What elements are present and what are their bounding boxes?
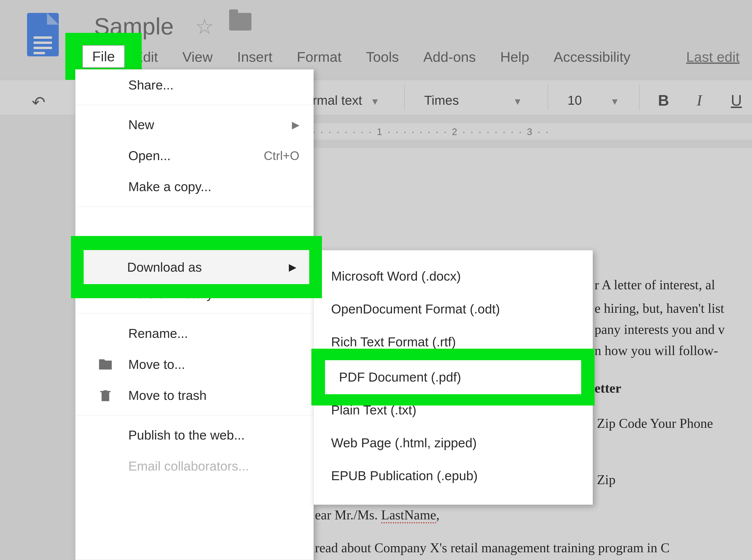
folder-icon[interactable] <box>229 13 251 31</box>
menu-item-share[interactable]: Share... <box>75 69 313 100</box>
open-shortcut: Ctrl+O <box>264 148 300 163</box>
body-line: n how you will follow- <box>595 343 718 358</box>
last-edit-link[interactable]: Last edit <box>686 49 739 65</box>
highlight-pdf: PDF Document (.pdf) <box>311 349 595 405</box>
menu-item-publish[interactable]: Publish to the web... <box>75 420 313 451</box>
trash-icon <box>98 388 113 403</box>
menu-item-open[interactable]: Open... Ctrl+O <box>75 140 313 171</box>
body-line: r A letter of interest, al <box>595 277 715 292</box>
undo-icon[interactable]: ↶ <box>32 93 45 112</box>
menu-item-rename[interactable]: Rename... <box>75 318 313 349</box>
submenu-item-html[interactable]: Web Page (.html, zipped) <box>313 426 593 459</box>
menu-item-move-to[interactable]: Move to... <box>75 349 313 380</box>
body-line: read about Company X's retail management… <box>315 540 670 555</box>
menu-format[interactable]: Format <box>293 47 346 67</box>
submenu-item-odt[interactable]: OpenDocument Format (.odt) <box>313 293 593 325</box>
menubar: File Edit View Insert Format Tools Add-o… <box>82 47 635 67</box>
highlight-download-as: Download as ▶ <box>71 236 322 298</box>
body-line: etter <box>595 380 621 396</box>
folder-icon <box>98 357 113 372</box>
body-line: pany interests you and v <box>595 322 725 337</box>
menu-view[interactable]: View <box>178 47 217 67</box>
menu-item-email-collaborators: Email collaborators... <box>75 451 313 482</box>
body-line: Zip <box>597 472 615 487</box>
menu-addons[interactable]: Add-ons <box>419 47 480 67</box>
bold-button[interactable]: B <box>658 92 669 109</box>
font-family-dropdown[interactable]: Times▼ <box>424 93 522 108</box>
submenu-item-epub[interactable]: EPUB Publication (.epub) <box>313 459 593 492</box>
italic-button[interactable]: I <box>697 92 702 109</box>
submenu-item-docx[interactable]: Microsoft Word (.docx) <box>313 260 593 293</box>
chevron-right-icon: ▶ <box>289 261 296 273</box>
menu-item-move-to-trash[interactable]: Move to trash <box>75 380 313 411</box>
font-size-dropdown[interactable]: 10▼ <box>567 93 619 108</box>
menu-help[interactable]: Help <box>496 47 534 67</box>
paragraph-style-dropdown[interactable]: rmal text▼ <box>312 93 380 108</box>
menu-accessibility[interactable]: Accessibility <box>549 47 635 67</box>
menu-item-download-as[interactable]: Download as ▶ <box>84 250 309 284</box>
body-line: Zip Code Your Phone <box>597 416 713 431</box>
menu-tools[interactable]: Tools <box>362 47 403 67</box>
submenu-item-pdf[interactable]: PDF Document (.pdf) <box>325 360 581 394</box>
underline-button[interactable]: U <box>731 92 742 109</box>
star-icon[interactable]: ☆ <box>195 14 214 39</box>
menu-item-new[interactable]: New ▶ <box>75 109 313 140</box>
chevron-right-icon: ▶ <box>292 119 300 131</box>
ruler: · · · · · · · · 1 · · · · · · · · 2 · · … <box>312 123 752 140</box>
google-docs-icon[interactable] <box>27 13 59 56</box>
menu-insert[interactable]: Insert <box>233 47 276 67</box>
menu-item-make-copy[interactable]: Make a copy... <box>75 171 313 202</box>
body-line: ear Mr./Ms. LastName, <box>315 507 440 522</box>
body-line: e hiring, but, haven't list <box>595 301 724 316</box>
menu-file[interactable]: File <box>82 45 125 68</box>
file-menu: Share... New ▶ Open... Ctrl+O Make a cop… <box>75 69 314 560</box>
